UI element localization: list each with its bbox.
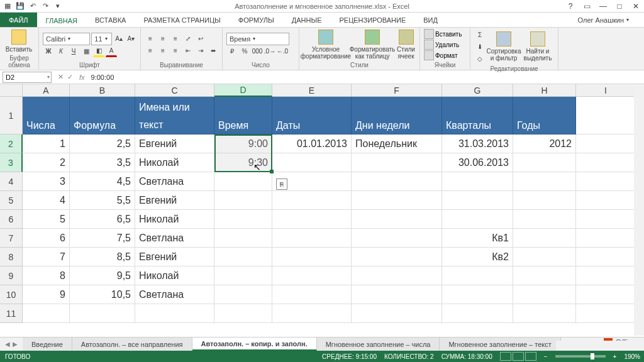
cell-B11[interactable] xyxy=(70,304,135,323)
row-header-7[interactable]: 7 xyxy=(0,229,23,248)
cell-C3[interactable]: Николай xyxy=(135,153,214,172)
align-left-icon[interactable]: ≡ xyxy=(145,45,156,57)
cell-I9[interactable] xyxy=(576,266,636,285)
cell-B10[interactable]: 10,5 xyxy=(70,285,135,304)
sheet-nav-prev-icon[interactable]: ◀ xyxy=(5,341,10,348)
cell-F4[interactable] xyxy=(352,172,442,191)
font-color-button[interactable]: A xyxy=(106,46,117,57)
cell-C6[interactable]: Николай xyxy=(135,210,214,229)
row-header-3[interactable]: 3 xyxy=(0,153,23,172)
cell-H7[interactable] xyxy=(513,229,576,248)
column-header-F[interactable]: F xyxy=(352,84,442,97)
sheet-tab-3[interactable]: Мгновенное заполнение – числа xyxy=(317,337,440,351)
cell-A8[interactable]: 7 xyxy=(23,248,70,266)
italic-button[interactable]: К xyxy=(55,46,67,57)
cell-B8[interactable]: 8,5 xyxy=(70,248,135,266)
column-header-B[interactable]: B xyxy=(70,84,135,97)
column-header-C[interactable]: C xyxy=(135,84,214,97)
paste-button[interactable]: Вставить xyxy=(4,30,34,53)
fill-color-button[interactable]: ◧ xyxy=(93,46,104,57)
sheet-tab-0[interactable]: Введение xyxy=(23,337,72,351)
cell-E6[interactable] xyxy=(272,210,352,229)
cell-E8[interactable] xyxy=(272,248,352,266)
cell-I5[interactable] xyxy=(576,191,636,210)
indent-decrease-icon[interactable]: ⇤ xyxy=(182,45,194,57)
cell-A3[interactable]: 2 xyxy=(23,153,70,172)
row-header-9[interactable]: 9 xyxy=(0,266,23,285)
zoom-slider[interactable] xyxy=(555,355,606,358)
cell-G5[interactable] xyxy=(442,191,513,210)
column-header-E[interactable]: E xyxy=(272,84,352,97)
cell-D5[interactable] xyxy=(214,191,272,210)
file-tab[interactable]: ФАЙЛ xyxy=(0,13,37,27)
cell-I2[interactable] xyxy=(576,134,636,153)
increase-font-icon[interactable]: A▴ xyxy=(113,33,124,45)
row-header-8[interactable]: 8 xyxy=(0,248,23,266)
sort-filter-button[interactable]: Сортировка и фильтр xyxy=(487,31,521,62)
cell-A1[interactable]: Числа xyxy=(23,97,70,134)
cell-E5[interactable] xyxy=(272,191,352,210)
cell-F9[interactable] xyxy=(352,266,442,285)
comma-icon[interactable]: 000 xyxy=(252,46,263,57)
row-header-5[interactable]: 5 xyxy=(0,191,23,210)
row-header-10[interactable]: 10 xyxy=(0,285,23,304)
cell-E7[interactable] xyxy=(272,229,352,248)
cell-D4[interactable] xyxy=(214,172,272,191)
excel-icon[interactable]: ▦ xyxy=(3,1,13,11)
find-select-button[interactable]: Найти и выделить xyxy=(522,31,553,62)
tab-data[interactable]: ДАННЫЕ xyxy=(283,13,331,27)
align-right-icon[interactable]: ≡ xyxy=(170,45,181,57)
sheet-tab-4[interactable]: Мгновенное заполнение – текст xyxy=(440,337,560,351)
cell-I3[interactable] xyxy=(576,153,636,172)
cell-H11[interactable] xyxy=(513,304,576,323)
page-break-view-icon[interactable] xyxy=(525,352,536,361)
tab-insert[interactable]: ВСТАВКА xyxy=(86,13,135,27)
vertical-scrollbar[interactable] xyxy=(634,84,644,336)
cell-F11[interactable] xyxy=(352,304,442,323)
format-cells-button[interactable]: Формат xyxy=(424,50,462,60)
cell-H9[interactable] xyxy=(513,266,576,285)
font-name-combo[interactable]: Calibri▾ xyxy=(43,33,90,45)
decrease-decimal-icon[interactable]: ←.0 xyxy=(277,46,288,57)
cell-I6[interactable] xyxy=(576,210,636,229)
enter-formula-icon[interactable]: ✓ xyxy=(67,73,73,81)
row-header-2[interactable]: 2 xyxy=(0,134,23,153)
undo-icon[interactable]: ↶ xyxy=(28,1,38,11)
bold-button[interactable]: Ж xyxy=(43,46,54,57)
cell-C8[interactable]: Евгений xyxy=(135,248,214,266)
underline-button[interactable]: Ч xyxy=(68,46,79,57)
row-header-11[interactable]: 11 xyxy=(0,304,23,323)
sheet-tab-1[interactable]: Автозаполн. – все направления xyxy=(72,337,192,351)
cell-H6[interactable] xyxy=(513,210,576,229)
cell-G8[interactable]: Кв2 xyxy=(442,248,513,266)
cell-E1[interactable]: Даты xyxy=(272,97,352,134)
sheet-nav-next-icon[interactable]: ▶ xyxy=(13,341,18,348)
currency-icon[interactable]: ₽ xyxy=(226,46,238,57)
autofill-options-button[interactable]: ⎘ xyxy=(276,178,287,190)
delete-cells-button[interactable]: Удалить xyxy=(424,40,462,50)
cell-H2[interactable]: 2012 xyxy=(513,134,576,153)
qat-customize-icon[interactable]: ▾ xyxy=(53,1,63,11)
cell-D11[interactable] xyxy=(214,304,272,323)
percent-icon[interactable]: % xyxy=(239,46,250,57)
zoom-in-button[interactable]: + xyxy=(613,353,617,360)
clear-icon[interactable]: ◇ xyxy=(474,53,486,64)
cell-G6[interactable] xyxy=(442,210,513,229)
cell-C9[interactable]: Николай xyxy=(135,266,214,285)
cell-G2[interactable]: 31.03.2013 xyxy=(442,134,513,153)
cell-H10[interactable] xyxy=(513,285,576,304)
cell-A2[interactable]: 1 xyxy=(23,134,70,153)
column-header-H[interactable]: H xyxy=(513,84,576,97)
orientation-icon[interactable]: ⤢ xyxy=(182,33,194,45)
fx-icon[interactable]: fx xyxy=(77,74,87,81)
maximize-icon[interactable]: □ xyxy=(611,0,628,13)
cell-F1[interactable]: Дни недели xyxy=(352,97,442,134)
sheet-tab-2[interactable]: Автозаполн. – копир. и заполн. xyxy=(192,337,317,351)
cell-D6[interactable] xyxy=(214,210,272,229)
cell-D10[interactable] xyxy=(214,285,272,304)
cell-E9[interactable] xyxy=(272,266,352,285)
cell-F10[interactable] xyxy=(352,285,442,304)
cell-A5[interactable]: 4 xyxy=(23,191,70,210)
cell-E10[interactable] xyxy=(272,285,352,304)
cell-G7[interactable]: Кв1 xyxy=(442,229,513,248)
